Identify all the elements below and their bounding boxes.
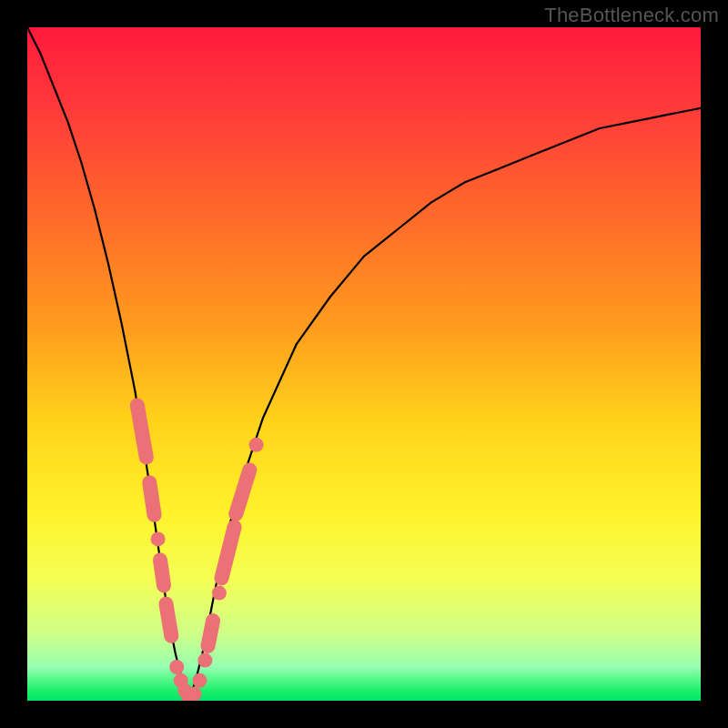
- marker-capsule: [213, 518, 243, 587]
- bottleneck-curve: [27, 27, 701, 701]
- marker-dot: [169, 660, 184, 674]
- marker-capsule: [152, 551, 172, 593]
- marker-group: [129, 397, 264, 701]
- marker-capsule: [199, 612, 221, 655]
- marker-capsule: [129, 397, 155, 466]
- marker-dot: [249, 438, 264, 452]
- marker-dot: [212, 586, 227, 601]
- marker-capsule: [227, 460, 258, 522]
- marker-capsule: [157, 595, 179, 644]
- marker-dot: [151, 531, 166, 546]
- marker-capsule: [141, 474, 163, 523]
- overlay-svg: [27, 27, 701, 701]
- chart-stage: TheBottleneck.com: [0, 0, 728, 728]
- marker-dot: [187, 687, 202, 701]
- watermark-text: TheBottleneck.com: [544, 4, 719, 27]
- marker-dot: [197, 653, 212, 668]
- plot-area: [27, 27, 701, 701]
- marker-dot: [192, 673, 207, 688]
